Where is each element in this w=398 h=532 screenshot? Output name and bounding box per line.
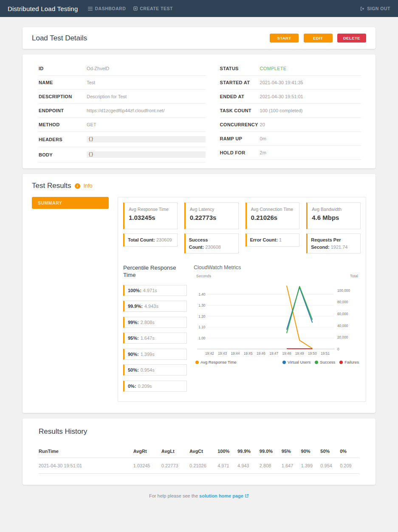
legend-dot-icon [195, 361, 199, 364]
metric-value: 1.03245s [129, 214, 173, 221]
metric-label: Avg Response Time [129, 207, 173, 212]
metric-label: Avg Latency [190, 207, 234, 212]
tab-summary[interactable]: SUMMARY [32, 197, 109, 209]
detail-label: DESCRIPTION [39, 94, 87, 99]
help-footer: For help please see the solution home pa… [23, 493, 375, 498]
count-card-requests-per-second: Requests Per Second:1921.74 [306, 233, 361, 253]
count-value: 1 [279, 237, 282, 242]
count-value: 230608 [205, 245, 221, 250]
detail-label: ENDPOINT [39, 108, 87, 113]
detail-label: STATUS [220, 66, 260, 71]
detail-row-hold-for: HOLD FOR 2m [220, 146, 361, 160]
status-badge: COMPLETE [260, 66, 287, 71]
detail-label: HEADERS [39, 137, 87, 142]
detail-row-headers: HEADERS {} [39, 132, 206, 147]
table-cell: 1.647 [282, 458, 301, 474]
nav-dashboard-label: DASHBOARD [95, 6, 126, 11]
table-cell: 0.21026 [189, 458, 217, 474]
chart-legend: Avg Response Time Virtual UsersSuccessFa… [194, 360, 361, 364]
pct-label: 100%: [128, 288, 141, 293]
count-value: 1921.74 [331, 245, 348, 250]
detail-row-endpoint: ENDPOINT https://d1zcgedf6p44zf.cloudfro… [39, 104, 206, 118]
detail-label: ENDED AT [220, 94, 260, 99]
nav-create-test[interactable]: CREATE TEST [133, 6, 173, 11]
legend-item: Success [315, 360, 335, 364]
pct-value: 4.943s [144, 304, 158, 309]
detail-row-id: ID Od-ZhvelD [39, 62, 206, 76]
legend-dot-icon [315, 361, 318, 364]
detail-value: Od-ZhvelD [87, 66, 109, 71]
info-link[interactable]: Info [84, 183, 93, 189]
svg-text:19:49: 19:49 [295, 351, 304, 356]
detail-value: 2021-04-30 19:41:35 [260, 80, 303, 85]
pct-value: 1.647s [141, 336, 155, 341]
app-title: Distributed Load Testing [8, 5, 78, 12]
column-header: 95% [282, 445, 301, 458]
svg-text:1.30: 1.30 [198, 303, 206, 307]
metric-card-avg-bandwidth: Avg Bandwidth 4.6 Mbps [306, 202, 361, 229]
nav-dashboard[interactable]: DASHBOARD [88, 6, 126, 11]
table-row[interactable]: 2021-04-30 19:51:01 1.03245 0.22773 0.21… [39, 458, 359, 474]
chart-title: CloudWatch Metrics [194, 265, 361, 270]
detail-label: CONCURRENCY [220, 122, 260, 127]
svg-text:19:44: 19:44 [231, 351, 240, 356]
info-icon[interactable]: i [75, 183, 80, 189]
detail-row-status: STATUS COMPLETE [220, 62, 361, 76]
column-header: 90% [301, 445, 321, 458]
test-results-card: Test Results i Info SUMMARY Avg Response… [23, 174, 375, 413]
details-left-column: ID Od-ZhvelD NAME Test DESCRIPTION Descr… [39, 62, 206, 162]
detail-row-description: DESCRIPTION Description for Test [39, 90, 206, 104]
svg-text:1.20: 1.20 [198, 314, 206, 319]
percentile-row-50: 50%:0.954s [123, 364, 187, 376]
results-panel: Avg Response Time 1.03245s Avg Latency 0… [118, 197, 366, 402]
delete-button[interactable]: DELETE [337, 34, 366, 43]
svg-text:40,000: 40,000 [337, 324, 348, 328]
detail-label: ID [39, 66, 87, 71]
svg-text:20,000: 20,000 [337, 335, 348, 339]
sign-out-button[interactable]: SIGN OUT [360, 6, 390, 11]
cloudwatch-chart: 1.001.101.201.301.40020,00040,00060,0008… [194, 278, 361, 360]
table-cell: 0.954 [320, 458, 340, 474]
svg-text:19:48: 19:48 [282, 351, 291, 356]
edit-button[interactable]: EDIT [304, 34, 333, 43]
detail-value: Test [87, 80, 95, 85]
load-test-details-title: Load Test Details [32, 34, 87, 43]
table-cell: 4.971 [217, 458, 237, 474]
detail-label: TASK COUNT [220, 108, 260, 113]
table-cell: 1.03245 [133, 458, 161, 474]
detail-label: HOLD FOR [220, 150, 260, 155]
table-cell: 1.399 [301, 458, 321, 474]
solution-home-page-link[interactable]: solution home page [199, 493, 249, 498]
svg-text:19:51: 19:51 [321, 351, 330, 356]
detail-row-ended-at: ENDED AT 2021-04-30 19:51:01 [220, 90, 361, 104]
percentile-row-100: 100%:4.971s [123, 285, 187, 296]
detail-row-body: BODY {} [39, 147, 206, 162]
headers-code-block: {} [87, 136, 206, 142]
detail-label: BODY [39, 152, 87, 157]
table-cell: 2.808 [260, 458, 282, 474]
column-header: RunTime [39, 445, 133, 458]
footer-link-label: solution home page [199, 493, 243, 498]
body-code-block: {} [87, 151, 206, 158]
column-header: 99.9% [237, 445, 260, 458]
legend-item: Failures [339, 360, 359, 364]
start-button[interactable]: START [270, 34, 299, 43]
svg-text:19:50: 19:50 [308, 351, 317, 356]
detail-value: 0m [260, 136, 266, 141]
detail-row-ramp-up: RAMP UP 0m [220, 132, 361, 146]
pct-label: 95%: [128, 336, 139, 341]
svg-text:19:47: 19:47 [269, 351, 278, 356]
table-cell: 0.209 [340, 458, 359, 474]
metric-card-avg-latency: Avg Latency 0.22773s [184, 202, 239, 229]
count-card-success: Success Count:230608 [184, 233, 239, 253]
pct-value: 1.399s [141, 352, 155, 357]
sign-out-icon [360, 6, 365, 11]
detail-value: 2021-04-30 19:51:01 [260, 94, 303, 99]
svg-text:1.00: 1.00 [198, 336, 206, 340]
detail-row-method: METHOD GET [39, 118, 206, 132]
left-axis-label: Seconds [196, 274, 211, 278]
svg-text:0: 0 [337, 347, 339, 351]
metric-card-avg-response-time: Avg Response Time 1.03245s [123, 202, 178, 229]
column-header: AvgRt [133, 445, 161, 458]
metric-value: 4.6 Mbps [312, 214, 356, 221]
